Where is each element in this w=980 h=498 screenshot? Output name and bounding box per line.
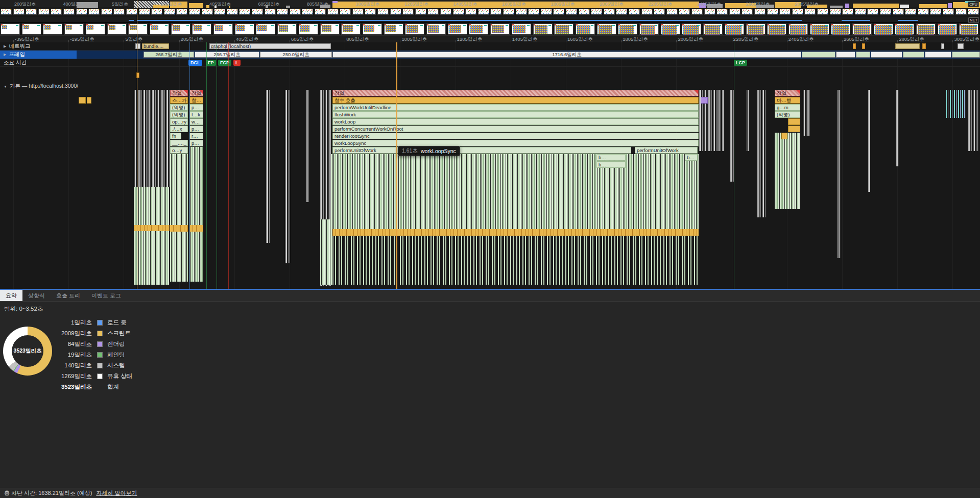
flame-frame[interactable]: [79, 97, 86, 104]
screenshot-thumbnail[interactable]: [277, 23, 297, 35]
flame-frame[interactable]: performUnitOfWork: [332, 147, 631, 154]
flame-frame[interactable]: 작업: [332, 90, 699, 96]
flame-frame[interactable]: __…._: [170, 140, 188, 146]
screenshot-thumbnail[interactable]: [512, 23, 531, 35]
screenshot-thumbnail[interactable]: [1, 9, 12, 15]
screenshot-thumbnail[interactable]: [113, 9, 125, 15]
screenshot-thumbnail[interactable]: [227, 9, 238, 15]
screenshot-thumbnail[interactable]: [639, 23, 659, 35]
filmstrip-row-1[interactable]: [0, 9, 980, 15]
screenshot-thumbnail[interactable]: [955, 9, 967, 15]
screenshot-thumbnail[interactable]: [553, 9, 564, 15]
screenshot-thumbnail[interactable]: [779, 9, 791, 15]
flame-frame[interactable]: performUnitOfWork: [635, 147, 698, 154]
screenshot-thumbnail[interactable]: [290, 9, 301, 15]
screenshot-thumbnail[interactable]: [855, 9, 866, 15]
screenshot-thumbnail[interactable]: [804, 9, 816, 15]
screenshot-thumbnail[interactable]: [51, 9, 62, 15]
screenshot-thumbnail[interactable]: [831, 23, 850, 35]
flame-frame[interactable]: [87, 97, 91, 104]
flame-frame[interactable]: (익명): [170, 104, 188, 111]
screenshot-thumbnail[interactable]: [618, 23, 637, 35]
screenshot-thumbnail[interactable]: [440, 9, 451, 15]
screenshot-thumbnail[interactable]: [189, 9, 200, 15]
screenshot-thumbnail[interactable]: [654, 9, 665, 15]
flame-frame[interactable]: fn: [170, 133, 181, 139]
screenshot-thumbnail[interactable]: [26, 9, 37, 15]
screenshot-thumbnail[interactable]: [139, 9, 150, 15]
screenshot-thumbnail[interactable]: [968, 9, 979, 15]
screenshot-thumbnail[interactable]: [704, 9, 715, 15]
screenshot-thumbnail[interactable]: [679, 9, 690, 15]
screenshot-thumbnail[interactable]: [503, 9, 514, 15]
screenshot-thumbnail[interactable]: [830, 9, 841, 15]
flame-frame[interactable]: f…k: [189, 111, 203, 118]
screenshot-thumbnail[interactable]: [202, 9, 213, 15]
screenshot-thumbnail[interactable]: [874, 23, 893, 35]
screenshot-thumbnail[interactable]: [754, 9, 766, 15]
screenshot-thumbnail[interactable]: [895, 23, 914, 35]
screenshot-thumbnail[interactable]: [88, 9, 100, 15]
screenshot-thumbnail[interactable]: [1, 23, 20, 35]
screenshot-thumbnail[interactable]: [666, 9, 678, 15]
screenshot-thumbnail[interactable]: [302, 9, 313, 15]
screenshot-thumbnail[interactable]: [265, 9, 276, 15]
screenshot-thumbnail[interactable]: [810, 23, 829, 35]
flame-frame[interactable]: flushWork: [332, 111, 699, 118]
screenshot-thumbnail[interactable]: [792, 9, 803, 15]
screenshot-thumbnail[interactable]: [817, 9, 828, 15]
screenshot-thumbnail[interactable]: [405, 23, 424, 35]
screenshot-thumbnail[interactable]: [171, 23, 190, 35]
overview-network-strip[interactable]: NET: [0, 16, 980, 23]
screenshot-thumbnail[interactable]: [101, 9, 112, 15]
screenshot-thumbnail[interactable]: [164, 9, 175, 15]
screenshot-thumbnail[interactable]: [661, 23, 680, 35]
flame-frame[interactable]: b…: [596, 161, 626, 168]
flame-frame[interactable]: 작업: [170, 90, 188, 96]
screenshot-thumbnail[interactable]: [340, 9, 351, 15]
tab-bottom-up[interactable]: 상향식: [22, 290, 51, 301]
screenshot-thumbnail[interactable]: [703, 23, 723, 35]
screenshot-thumbnail[interactable]: [239, 9, 250, 15]
screenshot-thumbnail[interactable]: [214, 9, 225, 15]
screenshot-thumbnail[interactable]: [235, 23, 254, 35]
screenshot-thumbnail[interactable]: [788, 23, 808, 35]
flame-frame[interactable]: p…: [189, 140, 203, 146]
screenshot-thumbnail[interactable]: [415, 9, 426, 15]
flame-frame[interactable]: g…m: [775, 104, 800, 111]
detail-ruler[interactable]: -395밀리초-195밀리초5밀리초205밀리초405밀리초605밀리초805밀…: [0, 35, 980, 42]
screenshot-thumbnail[interactable]: [192, 23, 211, 35]
flame-frame[interactable]: ./…x: [170, 126, 188, 132]
flame-frame[interactable]: 작업: [775, 90, 800, 96]
overview-cpu-strip[interactable]: CPU 200밀리초400밀리초5밀리초205밀리초405밀리초605밀리초80…: [0, 0, 980, 8]
screenshot-thumbnail[interactable]: [176, 9, 187, 15]
learn-more-link[interactable]: 자세히 알아보기: [96, 489, 137, 497]
flame-frame[interactable]: workLoopSync: [332, 140, 699, 146]
screenshot-thumbnail[interactable]: [852, 23, 872, 35]
filmstrip-row-2[interactable]: [0, 23, 980, 35]
flame-frame[interactable]: (익명): [170, 111, 188, 118]
screenshot-thumbnail[interactable]: [151, 9, 162, 15]
flame-frame[interactable]: performWorkUntilDeadline: [332, 104, 699, 111]
screenshot-thumbnail[interactable]: [490, 23, 510, 35]
main-flame-chart[interactable]: 작업스…가(익명)(익명)op…ry./…xfn__…._o…y작업함…p…f……: [0, 42, 980, 289]
flame-frame[interactable]: r…: [189, 133, 203, 139]
screenshot-thumbnail[interactable]: [426, 23, 446, 35]
screenshot-thumbnail[interactable]: [38, 9, 50, 15]
screenshot-thumbnail[interactable]: [107, 23, 127, 35]
screenshot-thumbnail[interactable]: [691, 9, 703, 15]
screenshot-thumbnail[interactable]: [252, 9, 263, 15]
flame-frame[interactable]: 작업: [189, 90, 203, 96]
screenshot-thumbnail[interactable]: [390, 9, 401, 15]
screenshot-thumbnail[interactable]: [629, 9, 640, 15]
screenshot-thumbnail[interactable]: [959, 23, 978, 35]
flame-frame[interactable]: 함수 호출: [332, 97, 699, 104]
screenshot-thumbnail[interactable]: [341, 23, 361, 35]
screenshot-thumbnail[interactable]: [256, 23, 275, 35]
screenshot-thumbnail[interactable]: [576, 23, 595, 35]
screenshot-thumbnail[interactable]: [604, 9, 615, 15]
flame-frame[interactable]: p…: [189, 104, 203, 111]
flame-frame[interactable]: op…ry: [170, 118, 188, 125]
screenshot-thumbnail[interactable]: [597, 23, 616, 35]
tab-event-log[interactable]: 이벤트 로그: [86, 290, 127, 301]
